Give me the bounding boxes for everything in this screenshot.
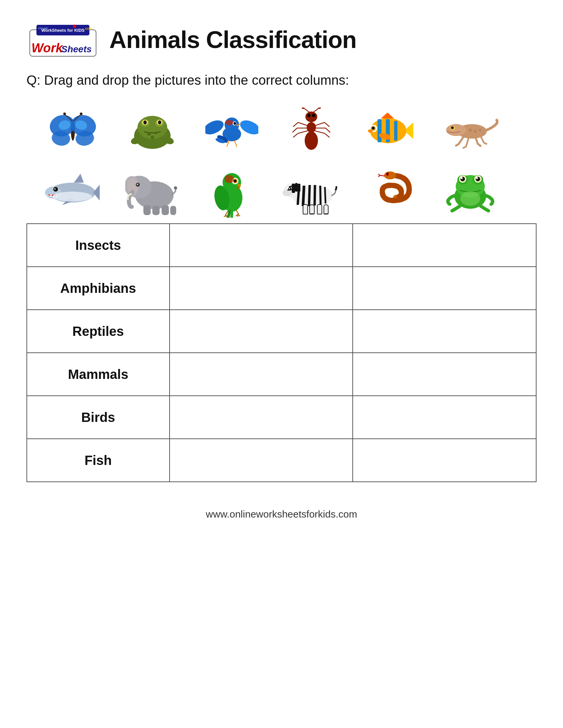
svg-rect-125 [310, 213, 314, 214]
animal-zebra[interactable] [278, 164, 345, 217]
answer-cell-birds-2[interactable] [353, 396, 536, 439]
svg-line-64 [325, 133, 330, 137]
svg-text:.COM: .COM [84, 27, 92, 30]
footer-url: www.onlineworksheetsforkids.com [206, 509, 357, 520]
svg-point-93 [52, 192, 92, 202]
svg-point-25 [143, 120, 147, 124]
category-birds: Birds [27, 396, 169, 439]
footer: www.onlineworksheetsforkids.com [26, 509, 537, 520]
svg-line-42 [234, 141, 237, 147]
svg-rect-124 [303, 214, 308, 214]
answer-cell-reptiles-2[interactable] [353, 310, 536, 353]
svg-point-139 [461, 177, 463, 179]
table-row-insects: Insects [27, 224, 536, 267]
svg-point-128 [384, 171, 396, 179]
answer-cell-mammals-1[interactable] [169, 353, 353, 396]
svg-point-18 [80, 113, 82, 115]
svg-line-53 [298, 122, 308, 126]
svg-marker-85 [74, 174, 84, 183]
svg-rect-103 [170, 206, 176, 215]
animal-blue-bird[interactable] [199, 104, 265, 157]
answer-cell-fish-2[interactable] [353, 439, 536, 482]
svg-rect-101 [152, 206, 160, 215]
animal-snake[interactable] [358, 164, 424, 217]
animal-shark[interactable] [40, 164, 106, 217]
svg-text:ONLINE: ONLINE [38, 27, 48, 30]
svg-rect-120 [303, 205, 308, 214]
svg-point-52 [312, 114, 315, 117]
svg-point-29 [147, 132, 151, 136]
svg-rect-121 [310, 205, 314, 214]
animal-elephant[interactable] [119, 164, 185, 217]
category-reptiles: Reptiles [27, 310, 169, 353]
logo: WorkSheets for KIDS .COM ONLINE Work She… [26, 20, 99, 60]
svg-point-82 [479, 129, 482, 131]
svg-point-81 [474, 130, 477, 133]
svg-line-60 [325, 122, 330, 127]
animals-row-1 [26, 104, 537, 157]
category-fish: Fish [27, 439, 169, 482]
page-header: WorkSheets for KIDS .COM ONLINE Work She… [26, 20, 537, 60]
svg-point-80 [469, 128, 472, 132]
animals-row-2 [26, 164, 537, 217]
animal-ant[interactable] [278, 104, 345, 157]
svg-rect-100 [143, 205, 151, 215]
svg-line-56 [293, 128, 297, 132]
answer-cell-insects-2[interactable] [353, 224, 536, 267]
svg-rect-122 [317, 205, 322, 214]
svg-point-73 [372, 127, 375, 129]
svg-rect-115 [292, 184, 295, 193]
svg-point-31 [151, 136, 154, 139]
category-mammals: Mammals [27, 353, 169, 396]
page-title: Animals Classification [109, 26, 356, 53]
svg-line-57 [298, 131, 308, 133]
answer-cell-amphibians-1[interactable] [169, 267, 353, 310]
answer-cell-mammals-2[interactable] [353, 353, 536, 396]
svg-point-79 [451, 126, 454, 129]
svg-rect-67 [378, 119, 382, 142]
svg-point-74 [368, 129, 373, 133]
answer-cell-insects-1[interactable] [169, 224, 353, 267]
animal-frog[interactable] [437, 164, 503, 217]
svg-point-16 [63, 113, 66, 115]
answer-cell-fish-1[interactable] [169, 439, 353, 482]
svg-point-110 [234, 180, 236, 182]
svg-point-38 [233, 122, 236, 125]
svg-point-99 [137, 184, 138, 185]
svg-point-104 [174, 186, 177, 190]
animal-toad[interactable] [119, 104, 185, 157]
svg-point-77 [446, 124, 466, 136]
svg-point-141 [460, 191, 480, 206]
answer-cell-reptiles-1[interactable] [169, 310, 353, 353]
animal-tropical-fish[interactable] [358, 104, 424, 157]
svg-rect-126 [317, 214, 322, 214]
svg-marker-70 [381, 113, 394, 118]
answer-cell-amphibians-2[interactable] [353, 267, 536, 310]
answer-cell-birds-1[interactable] [169, 396, 353, 439]
svg-point-30 [154, 132, 157, 134]
category-insects: Insects [27, 224, 169, 267]
category-amphibians: Amphibians [27, 267, 169, 310]
svg-line-58 [293, 133, 298, 137]
animal-parrot[interactable] [199, 164, 265, 217]
svg-rect-123 [324, 205, 328, 214]
table-row-amphibians: Amphibians [27, 267, 536, 310]
table-row-mammals: Mammals [27, 353, 536, 396]
svg-point-20 [137, 116, 167, 139]
svg-point-26 [158, 120, 161, 124]
svg-rect-127 [324, 213, 328, 214]
svg-text:Sheets: Sheets [61, 44, 92, 54]
svg-point-140 [476, 177, 478, 179]
svg-text:Work: Work [31, 41, 63, 55]
svg-marker-84 [93, 185, 100, 201]
animal-lizard[interactable] [437, 104, 503, 157]
svg-point-130 [387, 173, 388, 175]
animal-butterfly[interactable] [40, 104, 106, 157]
classification-table: Insects Amphibians Reptiles Mammals [26, 223, 537, 482]
svg-point-91 [53, 187, 58, 192]
svg-point-114 [283, 190, 292, 196]
svg-point-92 [54, 188, 56, 190]
svg-rect-102 [162, 205, 169, 215]
svg-line-62 [326, 128, 330, 132]
svg-point-46 [305, 131, 318, 150]
